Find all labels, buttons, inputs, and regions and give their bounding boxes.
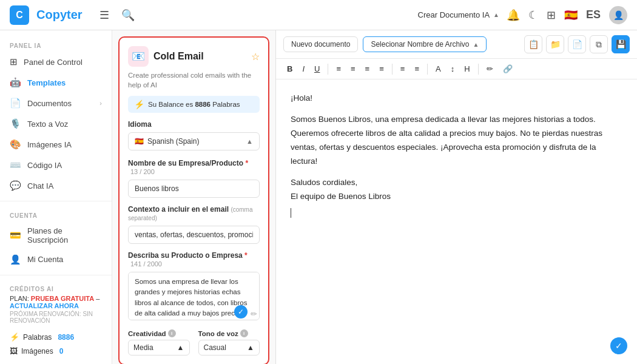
fmt-align-left-btn[interactable]: ≡ [332, 62, 345, 75]
fmt-lineheight-btn[interactable]: ↕ [447, 62, 459, 75]
fmt-heading-btn[interactable]: H [460, 62, 473, 75]
bottom-right-check-btn[interactable]: ✓ [610, 337, 627, 354]
toolbar-copy-icon[interactable]: ⧉ [590, 35, 608, 53]
sidebar-item-documentos[interactable]: 📄 Documentos › [0, 93, 112, 113]
fmt-sep-4 [478, 64, 479, 75]
toolbar-file-icon[interactable]: 📄 [568, 35, 586, 53]
fullscreen-icon[interactable]: ⊞ [547, 8, 556, 22]
imagenes-icon: 🎨 [10, 139, 21, 150]
card-icon: 📧 [132, 50, 145, 63]
creatividad-chevron-icon: ▲ [177, 343, 184, 352]
creatividad-col: Creatividad i Media ▲ [128, 329, 190, 356]
contexto-input[interactable] [128, 226, 260, 244]
sidebar-item-templates[interactable]: 🤖 Templates [0, 72, 112, 93]
describe-section: Describa su Producto o Empresa * 141 / 2… [128, 251, 260, 322]
cuenta-label: CUENTA [0, 206, 112, 221]
fmt-italic-btn[interactable]: I [298, 62, 308, 75]
nombre-input[interactable] [128, 180, 260, 198]
nombre-count: 13 / 200 [130, 168, 155, 175]
darkmode-icon[interactable]: ☾ [528, 8, 538, 22]
toolbar-save-icon[interactable]: 💾 [612, 35, 630, 53]
fmt-draw-btn[interactable]: ✏ [483, 62, 497, 75]
imagenes-label: Imágenes [21, 347, 53, 356]
crear-documento-btn[interactable]: Crear Documento IA ▲ [418, 10, 499, 19]
select-nombre-label: Selecionar Nombre de Archivo [371, 40, 469, 49]
fmt-align-center-btn[interactable]: ≡ [347, 62, 359, 75]
plan-sep: – [96, 295, 99, 302]
nombre-label: Nombre de su Empresa/Producto * 13 / 200 [128, 159, 260, 176]
crear-chevron-icon: ▲ [493, 12, 499, 18]
tono-info-icon[interactable]: i [240, 329, 248, 337]
creatividad-select[interactable]: Media ▲ [128, 340, 190, 356]
imagenes-value: 0 [59, 347, 64, 356]
editor-toolbar-top: Nuevo documento Selecionar Nombre de Arc… [276, 30, 637, 59]
fmt-bold-btn[interactable]: B [283, 62, 296, 75]
lang-select-left: 🇪🇸 Spanish (Spain) [135, 137, 199, 146]
search-icon[interactable]: 🔍 [119, 6, 137, 24]
editor-content[interactable]: ¡Hola! Somos Buenos Libros, una empresa … [276, 79, 637, 364]
describe-textarea-wrap: Somos una empresa de llevar los grandes … [128, 272, 260, 322]
sidebar-item-label: Chat IA [27, 181, 53, 190]
lang-flag: 🇪🇸 [135, 137, 144, 146]
fmt-link-btn[interactable]: 🔗 [499, 62, 516, 75]
creatividad-info-icon[interactable]: i [168, 329, 176, 337]
select-nombre-btn[interactable]: Selecionar Nombre de Archivo ▲ [363, 36, 487, 52]
sidebar-item-codigo-ia[interactable]: ⌨️ Código IA [0, 155, 112, 175]
toolbar-clipboard-icon[interactable]: 📋 [524, 35, 542, 53]
balance-box: ⚡ Su Balance es 8886 Palabras [128, 96, 260, 113]
fmt-ol-btn[interactable]: ≡ [397, 62, 409, 75]
form-card: 📧 Cold Email ☆ Create professional cold … [118, 36, 269, 364]
sidebar-item-label: Texto a Voz [27, 120, 68, 129]
lang-label: ES [586, 8, 601, 21]
sidebar-item-imagenes-ia[interactable]: 🎨 Imágenes IA [0, 134, 112, 155]
card-icon-box: 📧 [128, 46, 149, 67]
nuevo-documento-btn[interactable]: Nuevo documento [283, 36, 358, 52]
fmt-align-justify-btn[interactable]: ≡ [376, 62, 388, 75]
sidebar-item-label: Panel de Control [24, 58, 83, 67]
sidebar-item-mi-cuenta[interactable]: 👤 Mi Cuenta [0, 249, 112, 270]
creditos-label: CRÉDITOS AI [10, 286, 102, 292]
plan-upgrade-btn[interactable]: ACTUALIZAR AHORA [10, 302, 79, 309]
creatividad-row: Creatividad i Media ▲ Tono de voz i [128, 329, 260, 356]
tono-value: Casual [204, 343, 226, 352]
tono-select[interactable]: Casual ▲ [198, 340, 260, 356]
contexto-label: Contexto a incluir en el email (comma se… [128, 205, 260, 222]
lang-chevron-icon: ▲ [246, 138, 253, 145]
card-title: Cold Email [153, 51, 204, 62]
menu-icon[interactable]: ☰ [97, 6, 112, 24]
fmt-underline-btn[interactable]: U [311, 62, 323, 75]
panel-ia-label: PANEL IA [0, 36, 112, 52]
toolbar-folder-icon[interactable]: 📁 [546, 35, 564, 53]
documentos-arrow-icon: › [99, 99, 102, 107]
balance-text: Su Balance es 8886 Palabras [148, 101, 240, 108]
toolbar-icons: 📋 📁 📄 ⧉ 💾 [524, 35, 630, 53]
documentos-icon: 📄 [10, 98, 21, 109]
avatar[interactable]: 👤 [609, 6, 627, 24]
codigo-icon: ⌨️ [10, 160, 21, 170]
editor-saludo: Saludos cordiales,El equipo de Buenos Li… [291, 176, 622, 218]
palabras-icon: ⚡ [10, 332, 19, 342]
plan-renovacion: PRÓXIMA RENOVACIÓN: SIN RENOVACIÓN [10, 311, 102, 324]
sidebar-item-planes[interactable]: 💳 Planes de Suscripción [0, 221, 112, 249]
plan-line: PLAN: PRUEBA GRATUITA – ACTUALIZAR AHORA [10, 295, 102, 309]
card-header: 📧 Cold Email ☆ [128, 46, 260, 67]
templates-icon: 🤖 [10, 77, 21, 88]
plan-free-btn[interactable]: PRUEBA GRATUITA [31, 295, 94, 302]
notifications-icon[interactable]: 🔔 [507, 8, 520, 22]
flag-icon: 🇪🇸 [564, 8, 578, 22]
sidebar-item-chat-ia[interactable]: 💬 Chat IA [0, 175, 112, 196]
describe-edit-icon[interactable]: ✏ [251, 309, 257, 318]
sidebar-item-label: Código IA [27, 161, 62, 170]
fmt-align-right-btn[interactable]: ≡ [362, 62, 374, 75]
main: 📧 Cold Email ☆ Create professional cold … [112, 30, 637, 364]
sidebar-item-texto-voz[interactable]: 🎙️ Texto a Voz [0, 113, 112, 134]
plan-label: PLAN: [10, 295, 29, 302]
right-wrapper: Nuevo documento Selecionar Nombre de Arc… [276, 30, 637, 364]
fmt-color-btn[interactable]: A [432, 62, 445, 75]
star-icon[interactable]: ☆ [251, 51, 260, 62]
sidebar-item-label: Mi Cuenta [27, 255, 63, 264]
nombre-required: * [245, 159, 248, 167]
fmt-ul-btn[interactable]: ≡ [411, 62, 423, 75]
lang-select[interactable]: 🇪🇸 Spanish (Spain) ▲ [128, 132, 260, 150]
sidebar-item-panel-control[interactable]: ⊞ Panel de Control [0, 52, 112, 72]
